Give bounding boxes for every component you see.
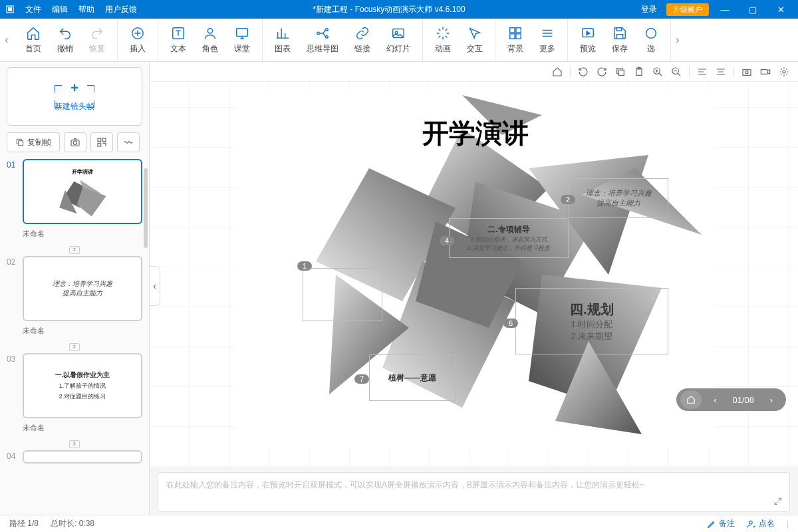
nav-next-icon[interactable]: › bbox=[761, 390, 782, 409]
thumb-title: 未命名 bbox=[7, 421, 142, 438]
window-minimize-icon[interactable]: — bbox=[713, 5, 737, 15]
collapse-panel-button[interactable]: ‹ bbox=[150, 266, 160, 306]
section-frame-6[interactable]: 四.规划 1.时间分配 2.未来期望 bbox=[515, 288, 668, 354]
transition-icon[interactable]: ⧗ bbox=[69, 343, 80, 351]
mindmap-button[interactable]: 思维导图 bbox=[299, 19, 346, 61]
copy-frame-button[interactable]: 复制帧 bbox=[7, 132, 60, 152]
menu-feedback[interactable]: 用户反馈 bbox=[100, 4, 142, 15]
wave-button[interactable] bbox=[117, 132, 140, 152]
zoom-out-icon[interactable] bbox=[670, 66, 682, 78]
copy-canvas-icon[interactable] bbox=[614, 66, 626, 78]
section-frame-7[interactable]: 植树——意愿 bbox=[369, 354, 456, 401]
nav-prev-icon[interactable]: ‹ bbox=[704, 390, 726, 409]
svg-point-48 bbox=[749, 521, 752, 524]
home-icon bbox=[26, 26, 41, 41]
link-button[interactable]: 链接 bbox=[346, 19, 378, 61]
camera-button[interactable] bbox=[64, 132, 86, 152]
status-roll-button[interactable]: 点名 bbox=[747, 518, 775, 529]
menu-edit[interactable]: 编辑 bbox=[47, 4, 73, 15]
svg-rect-11 bbox=[510, 27, 515, 32]
canvas[interactable]: 开学演讲 1 理念：培养学习兴趣 提高自主能力 2 二.专项辅导 1.新知识新课… bbox=[150, 82, 798, 467]
rotate-left-icon[interactable] bbox=[577, 66, 589, 78]
frame-thumb-1[interactable]: 01 开学演讲 bbox=[7, 159, 142, 224]
toolbar-scroll-left[interactable]: ‹ bbox=[0, 34, 13, 46]
notes-area[interactable]: 在此处输入您的备注内容，在预览时开启双屏模式，可以实现A屏全屏播放演示内容，B屏… bbox=[158, 472, 790, 512]
undo-icon bbox=[58, 26, 72, 41]
interact-button[interactable]: 交互 bbox=[459, 19, 491, 61]
class-button[interactable]: 课堂 bbox=[226, 19, 258, 61]
svg-rect-20 bbox=[98, 138, 101, 142]
section-frame-4[interactable]: 二.专项辅导 1.新知识新课，课前预习方式 2.课堂学习难点，学科重习检查 bbox=[449, 218, 569, 258]
frame-thumb-2[interactable]: 02 理念：培养学习兴趣提高自主能力 bbox=[7, 256, 142, 321]
save-button[interactable]: 保存 bbox=[604, 19, 636, 61]
slide-navigator: ‹ 01/08 › bbox=[676, 388, 786, 411]
chart-button[interactable]: 图表 bbox=[267, 19, 299, 61]
frame-thumb-4[interactable]: 04 bbox=[7, 450, 142, 464]
menu-file[interactable]: 文件 bbox=[20, 4, 47, 15]
snapshot-icon[interactable] bbox=[741, 66, 753, 78]
canvas-area: 开学演讲 1 理念：培养学习兴趣 提高自主能力 2 二.专项辅导 1.新知识新课… bbox=[150, 62, 798, 515]
frame-tag-6: 6 bbox=[503, 319, 518, 328]
background-button[interactable]: 背景 bbox=[499, 19, 531, 61]
frame-thumb-3[interactable]: 03 一.以暑假作业为主1.了解孩子的情况2.对症题目的练习 bbox=[7, 353, 142, 418]
status-notes-button[interactable]: 备注 bbox=[707, 518, 735, 529]
rotate-right-icon[interactable] bbox=[596, 66, 608, 78]
slide-title[interactable]: 开学演讲 bbox=[422, 115, 529, 152]
svg-rect-5 bbox=[237, 28, 248, 36]
slide-frame[interactable]: 开学演讲 1 理念：培养学习兴趣 提高自主能力 2 二.专项辅导 1.新知识新课… bbox=[236, 88, 715, 448]
zoom-in-icon[interactable] bbox=[652, 66, 664, 78]
grid-icon bbox=[508, 26, 523, 41]
nav-home-icon[interactable] bbox=[680, 390, 702, 409]
role-button[interactable]: 角色 bbox=[194, 19, 226, 61]
svg-rect-14 bbox=[516, 33, 521, 38]
preview-button[interactable]: 预览 bbox=[572, 19, 604, 61]
svg-point-36 bbox=[783, 70, 785, 73]
link-icon bbox=[355, 26, 370, 41]
plus-circle-icon bbox=[130, 26, 145, 41]
status-divider-icon: | bbox=[787, 519, 789, 529]
menu-help[interactable]: 帮助 bbox=[73, 4, 100, 15]
wave-icon bbox=[123, 137, 134, 148]
svg-point-8 bbox=[326, 35, 329, 38]
window-maximize-icon[interactable]: ▢ bbox=[741, 5, 765, 15]
paste-canvas-icon[interactable] bbox=[633, 66, 645, 78]
align-left-icon[interactable] bbox=[696, 66, 708, 78]
redo-icon bbox=[90, 26, 104, 41]
mindmap-icon bbox=[315, 26, 330, 41]
login-link[interactable]: 登录 bbox=[636, 4, 662, 15]
record-icon[interactable] bbox=[759, 66, 771, 78]
toolbar-scroll-right[interactable]: › bbox=[671, 34, 684, 46]
slide-button[interactable]: 幻灯片 bbox=[378, 19, 418, 61]
panel-scrollbar[interactable] bbox=[144, 128, 148, 509]
redo-button[interactable]: 恢复 bbox=[81, 19, 113, 61]
text-button[interactable]: 文本 bbox=[162, 19, 194, 61]
thumbnail-list: 01 开学演讲 未命名 ⧗ 02 理念：培养学习兴趣提高自主能力 未命名 ⧗ 0… bbox=[7, 159, 142, 509]
undo-button[interactable]: 撤销 bbox=[49, 19, 81, 61]
home-button[interactable]: 首页 bbox=[17, 19, 49, 61]
select-button[interactable]: 选 bbox=[636, 19, 666, 61]
more-button[interactable]: 更多 bbox=[531, 19, 563, 61]
transition-icon[interactable]: ⧗ bbox=[69, 246, 80, 254]
frame-tag-4: 4 bbox=[440, 236, 454, 245]
qr-button[interactable] bbox=[90, 132, 113, 152]
thumb-number: 01 bbox=[7, 159, 19, 224]
align-center-icon[interactable] bbox=[715, 66, 727, 78]
insert-button[interactable]: 插入 bbox=[122, 19, 154, 61]
section-frame-2[interactable]: 理念：培养学习兴趣 提高自主能力 bbox=[569, 178, 668, 218]
expand-notes-icon[interactable] bbox=[773, 497, 783, 506]
save-icon bbox=[612, 26, 627, 41]
svg-rect-1 bbox=[8, 7, 12, 11]
settings-icon[interactable] bbox=[778, 66, 790, 78]
window-close-icon[interactable]: ✕ bbox=[769, 5, 793, 15]
camera-icon bbox=[70, 137, 80, 148]
anim-button[interactable]: 动画 bbox=[427, 19, 459, 61]
transition-icon[interactable]: ⧗ bbox=[69, 440, 80, 448]
new-frame-button[interactable]: + 新建镜头帧 bbox=[7, 67, 142, 126]
statusbar: 路径 1/8 总时长: 0:38 备注 点名 | bbox=[0, 515, 798, 532]
upgrade-button[interactable]: 升级账户 bbox=[666, 3, 709, 16]
section-frame-1[interactable] bbox=[303, 268, 382, 321]
canvas-home-icon[interactable] bbox=[551, 66, 563, 78]
svg-point-7 bbox=[326, 28, 329, 31]
svg-rect-28 bbox=[618, 70, 624, 75]
svg-rect-13 bbox=[510, 33, 515, 38]
